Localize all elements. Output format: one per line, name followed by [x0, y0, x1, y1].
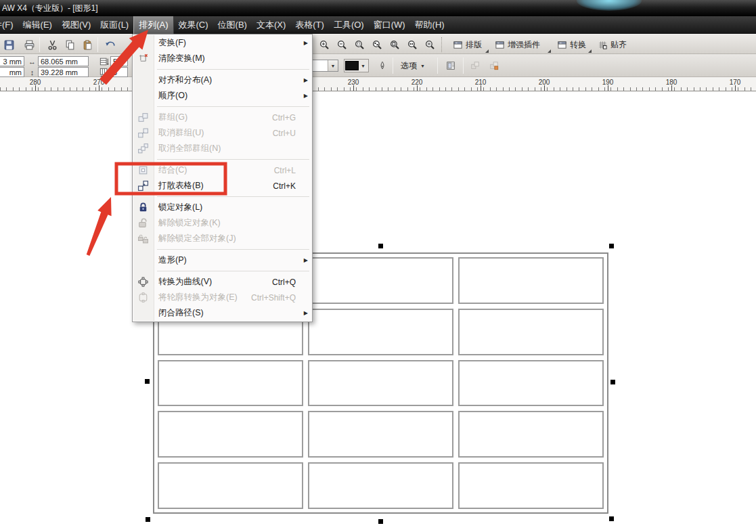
- menubar-item-arrange[interactable]: 排列(A): [133, 16, 173, 34]
- menubar-item-layout[interactable]: 版面(L): [95, 16, 133, 34]
- group-icon: [137, 112, 149, 123]
- table-cell[interactable]: [458, 411, 604, 458]
- table-cell[interactable]: [158, 462, 303, 509]
- ruler-label: 280: [30, 79, 41, 86]
- menu-item-label: 清除变换(M): [158, 53, 296, 64]
- menu-item-group: 群组(G)Ctrl+G: [133, 110, 312, 125]
- table-cell[interactable]: [308, 360, 453, 407]
- menu-item-label: 闭合路径(S): [158, 307, 296, 319]
- copy-icon[interactable]: [62, 37, 77, 52]
- object-width-field[interactable]: 68.065 mm: [38, 56, 89, 66]
- table-cell[interactable]: [308, 462, 453, 509]
- ruler-major-tick: [35, 85, 36, 91]
- object-height-field[interactable]: 39.228 mm: [38, 67, 89, 77]
- menu-item-shortcut: Ctrl+Q: [272, 278, 296, 287]
- selection-handle-bottom-middle[interactable]: [378, 519, 383, 524]
- table-columns-field[interactable]: 3: [110, 67, 128, 77]
- table-cell[interactable]: [308, 411, 453, 458]
- menubar-item-view[interactable]: 视图(V): [57, 16, 95, 34]
- zoom-page-icon[interactable]: [387, 37, 402, 52]
- dropdown-corner-mark[interactable]: [588, 49, 592, 53]
- ruler-major-tick: [735, 85, 736, 91]
- table-cell[interactable]: [458, 257, 604, 304]
- outline-color-control[interactable]: ▼: [344, 59, 369, 72]
- table-rows-value: 5: [113, 58, 117, 66]
- page-layout-icon[interactable]: [444, 59, 458, 72]
- selection-handle-top-middle[interactable]: [378, 244, 383, 248]
- print-icon[interactable]: [22, 37, 37, 52]
- typesetting-button-label: 排版: [466, 39, 482, 51]
- menubar-item-window[interactable]: 窗口(W): [369, 16, 410, 34]
- menubar-item-tools[interactable]: 工具(O): [329, 16, 369, 34]
- menu-item-shortcut: Ctrl+U: [273, 129, 296, 138]
- menu-separator: [133, 194, 312, 200]
- selection-handle-bottom-left[interactable]: [146, 517, 150, 522]
- selection-handle-middle-left[interactable]: [145, 379, 150, 384]
- drawing-canvas[interactable]: [0, 91, 756, 532]
- menu-item-label: 解除锁定对象(K): [158, 217, 296, 229]
- cut-icon[interactable]: [45, 37, 60, 52]
- enhanced-plugins-button-label: 增强插件: [508, 39, 540, 51]
- table-cell[interactable]: [458, 462, 604, 509]
- combine-icon: [137, 164, 149, 176]
- table-rows-field[interactable]: 5: [110, 56, 128, 66]
- menu-item-lock-object[interactable]: 锁定对象(L): [133, 200, 312, 215]
- typesetting-button[interactable]: 排版: [449, 37, 485, 53]
- menu-item-convert-to-curves[interactable]: 转换为曲线(V)Ctrl+Q: [133, 274, 312, 290]
- menubar-item-edit[interactable]: 编辑(E): [18, 16, 57, 34]
- zoom-width-icon[interactable]: [405, 37, 420, 52]
- convert-button[interactable]: 转换: [554, 37, 590, 53]
- ruler-label: 180: [666, 79, 677, 86]
- table-cell[interactable]: [158, 360, 303, 407]
- save-icon[interactable]: [1, 37, 16, 52]
- enhanced-plugins-button[interactable]: 增强插件: [491, 37, 543, 53]
- menubar-item-effects[interactable]: 效果(C): [174, 16, 213, 34]
- table-cell[interactable]: [158, 411, 303, 458]
- dropdown-corner-mark[interactable]: [485, 49, 489, 53]
- outline-pen-icon[interactable]: [376, 60, 388, 72]
- menu-item-transform[interactable]: 变换(F)▶: [133, 35, 312, 51]
- menu-item-order[interactable]: 顺序(O)▶: [133, 88, 312, 104]
- toolbar-separator: [441, 37, 442, 52]
- menu-item-clear-transform[interactable]: 清除变换(M): [133, 51, 312, 66]
- menu-item-align-distribute[interactable]: 对齐和分布(A)▶: [133, 72, 312, 88]
- dropdown-corner-mark[interactable]: [548, 49, 551, 53]
- menu-item-label: 结合(C): [158, 164, 274, 176]
- menu-item-ungroup: 取消群组(U)Ctrl+U: [133, 125, 312, 141]
- chevron-down-icon[interactable]: ▼: [328, 60, 338, 71]
- ruler-label: 190: [602, 79, 614, 86]
- table-cell[interactable]: [458, 360, 604, 407]
- panel-icon: [453, 40, 463, 50]
- zoom-in-icon[interactable]: [317, 37, 332, 52]
- menu-item-label: 取消群组(U): [158, 127, 273, 139]
- menubar-item-help[interactable]: 帮助(H): [410, 16, 449, 34]
- table-cell[interactable]: [308, 309, 453, 355]
- options-button[interactable]: 选项 ▼: [398, 59, 428, 72]
- chevron-down-icon[interactable]: ▼: [359, 60, 368, 71]
- menu-separator: [133, 156, 312, 162]
- zoom-selected-icon[interactable]: [352, 37, 367, 52]
- table-cell[interactable]: [308, 257, 453, 304]
- zoom-all-icon[interactable]: [370, 37, 384, 52]
- menu-item-shaping[interactable]: 造形(P)▶: [133, 252, 312, 268]
- undo-icon[interactable]: [103, 37, 118, 52]
- menubar-item-file[interactable]: 文件(F): [0, 16, 18, 34]
- menu-item-close-path[interactable]: 闭合路径(S)▶: [133, 305, 312, 321]
- table-cell[interactable]: [458, 309, 604, 355]
- table-columns-icon: [99, 67, 109, 77]
- outline-color-swatch[interactable]: [345, 61, 359, 70]
- selection-handle-bottom-right[interactable]: [609, 516, 614, 521]
- zoom-out-icon[interactable]: [334, 37, 349, 52]
- menubar-item-text[interactable]: 文本(X): [252, 16, 290, 34]
- x-position-field[interactable]: 3 mm: [0, 56, 24, 66]
- y-position-field[interactable]: mm: [0, 67, 24, 77]
- snap-button[interactable]: 贴齐: [594, 37, 630, 53]
- ruler-label: 200: [539, 79, 550, 86]
- zoom-actual-icon[interactable]: [422, 37, 437, 52]
- menubar-item-table[interactable]: 表格(T): [290, 16, 329, 34]
- menu-item-break-apart-table[interactable]: 打散表格(B)Ctrl+K: [133, 178, 312, 194]
- menubar-item-bitmaps[interactable]: 位图(B): [213, 16, 252, 34]
- paste-icon[interactable]: [80, 37, 95, 52]
- selection-handle-top-right[interactable]: [609, 244, 614, 248]
- selection-handle-middle-right[interactable]: [610, 380, 615, 384]
